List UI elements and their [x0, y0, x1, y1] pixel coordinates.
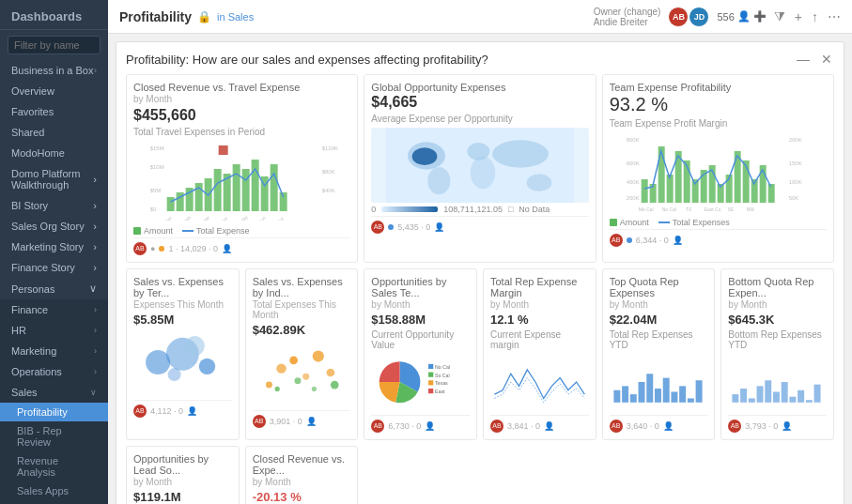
svg-rect-89	[613, 390, 620, 403]
chart-footer: AB 3,640 · 0 👤	[610, 415, 708, 433]
svg-rect-44	[641, 179, 647, 203]
avatar-sm: AB	[371, 221, 384, 234]
sidebar-group-finance-story[interactable]: Finance Story ›	[0, 257, 108, 278]
legend-total-expense: Total Expense	[182, 226, 250, 236]
svg-point-34	[412, 147, 438, 165]
svg-rect-104	[766, 380, 772, 403]
svg-rect-94	[655, 389, 661, 403]
svg-rect-98	[688, 398, 694, 402]
svg-text:200K: 200K	[626, 195, 639, 201]
dashboard: Profitability: How are our sales and exp…	[108, 34, 852, 504]
sidebar-nav: Business in a Box › Overview Favorites S…	[0, 60, 108, 504]
minimize-button[interactable]: —	[795, 52, 812, 67]
sidebar-group-marketing-story[interactable]: Marketing Story ›	[0, 237, 108, 257]
sidebar-item-favorites[interactable]: Favorites	[0, 101, 108, 122]
svg-point-32	[471, 157, 496, 190]
svg-rect-109	[806, 400, 813, 403]
chart-title: Bottom Quota Rep Expen...	[728, 276, 827, 298]
svg-text:400K: 400K	[626, 179, 639, 185]
sidebar-item-finance[interactable]: Finance ›	[0, 299, 108, 320]
map-max: 108,711,121.05	[443, 205, 503, 214]
svg-rect-12	[214, 169, 222, 211]
close-button[interactable]: ✕	[819, 52, 834, 67]
sidebar-group-domo-platform[interactable]: Domo Platform Walkthrough ›	[0, 163, 108, 195]
sidebar-item-shared[interactable]: Shared	[0, 122, 108, 143]
sidebar-group-modohome[interactable]: ModoHome	[0, 143, 108, 163]
sidebar-group-personas[interactable]: Personas ∨	[0, 278, 108, 299]
chart-footer: AB 4,112 · 0 👤	[133, 400, 232, 418]
avatar-sm: AB	[133, 405, 147, 418]
chart-legend: Amount Total Expense	[133, 226, 350, 236]
svg-point-80	[331, 381, 339, 389]
svg-text:$15M: $15M	[150, 145, 164, 151]
chart-value: $455,660	[133, 107, 350, 124]
footer-stats: 3,901 · 0	[270, 417, 302, 426]
topbar-right: Owner (change) Andie Breiter AB JD 556 👤…	[594, 7, 841, 27]
chart-label: Current Expense margin	[490, 329, 589, 350]
svg-text:TX: TX	[685, 206, 691, 212]
chart-closed-revenue-vs-exp: Closed Revenue vs. Expe... by Month -20.…	[245, 446, 359, 504]
chart-value: $119.1M	[133, 490, 232, 504]
chart-value: $22.04M	[610, 313, 708, 327]
more-icon[interactable]: ⋯	[828, 9, 841, 24]
sidebar-group-bi-story[interactable]: BI Story ›	[0, 195, 108, 216]
sidebar-item-overview[interactable]: Overview	[0, 81, 108, 101]
svg-rect-81	[428, 364, 433, 369]
scatter-svg	[133, 329, 232, 395]
person-icon-sm: 👤	[663, 421, 674, 431]
svg-text:Texas: Texas	[435, 380, 448, 386]
svg-rect-83	[428, 373, 433, 377]
avatar-sm: AB	[490, 420, 503, 433]
sidebar-search-input[interactable]	[8, 36, 101, 54]
plus-icon[interactable]: +	[795, 9, 802, 24]
svg-point-68	[199, 359, 215, 374]
person-icon-sm: 👤	[434, 222, 444, 232]
sidebar-item-bib-rep-review[interactable]: BIB - Rep Review	[0, 421, 108, 451]
chart-subtitle: by Month	[133, 477, 232, 487]
owner-label[interactable]: Owner (change)	[594, 7, 661, 17]
svg-text:NW: NW	[746, 206, 754, 212]
chart-top-quota-rep-expenses: Top Quota Rep Expenses by Month $22.04M …	[602, 268, 716, 440]
person-icon-sm: 👤	[425, 421, 435, 431]
avatar-sm: AB	[610, 420, 623, 433]
sidebar-item-sales-apps[interactable]: Sales Apps	[0, 481, 108, 500]
sidebar-item-business-in-a-box[interactable]: Business in a Box ›	[0, 60, 108, 81]
svg-point-30	[428, 167, 451, 194]
svg-rect-7	[167, 197, 175, 211]
filter-icon[interactable]: ⧩	[774, 8, 785, 24]
legend-color-amount	[610, 219, 617, 226]
sidebar-item-operations[interactable]: Operations ›	[0, 361, 108, 382]
chevron-right-icon: ›	[94, 305, 97, 314]
chart-value: 12.1 %	[490, 313, 589, 327]
sidebar-item-marketing[interactable]: Marketing ›	[0, 341, 108, 361]
footer-stats: 6,730 · 0	[388, 421, 421, 431]
sidebar-group-sales-org-story[interactable]: Sales Org Story ›	[0, 216, 108, 237]
sidebar: Dashboards Business in a Box › Overview …	[0, 0, 108, 504]
charts-grid: Closed Revenue vs. Travel Expense by Mon…	[126, 74, 834, 504]
chart-label: Average Expense per Opportunity	[371, 114, 588, 124]
sidebar-search-container	[0, 30, 108, 60]
person-icon-sm: 👤	[673, 236, 683, 245]
sidebar-item-revenue-analysis[interactable]: Revenue Analysis	[0, 451, 108, 481]
chart-footer: AB 3,901 · 0 👤	[253, 410, 351, 428]
sidebar-item-sales[interactable]: Sales ∨	[0, 382, 108, 403]
svg-text:$0: $0	[150, 206, 157, 212]
sidebar-item-hr[interactable]: HR ›	[0, 320, 108, 341]
sidebar-item-sales-personas[interactable]: Sales Personas	[0, 500, 108, 504]
footer-stats: 1 · 14,029 · 0	[168, 244, 218, 253]
chart-label: Total Rep Expenses YTD	[610, 329, 708, 350]
svg-point-73	[289, 357, 298, 365]
svg-rect-18	[271, 164, 278, 211]
chevron-right-icon: ›	[93, 262, 97, 273]
chevron-right-icon: ›	[93, 174, 97, 185]
avatar-sm: AB	[610, 234, 623, 247]
svg-text:$80K: $80K	[322, 169, 335, 175]
chart-subtitle: by Month	[610, 299, 708, 310]
chart-value: 93.2 %	[610, 94, 827, 115]
share-icon[interactable]: ↑	[812, 9, 818, 24]
svg-rect-96	[671, 391, 677, 402]
topbar-left: Profitability 🔒 in Sales	[119, 9, 254, 24]
legend-amount: Amount	[610, 218, 649, 227]
sidebar-item-profitability[interactable]: Profitability	[0, 403, 108, 421]
chart-value: $158.88M	[371, 313, 470, 327]
